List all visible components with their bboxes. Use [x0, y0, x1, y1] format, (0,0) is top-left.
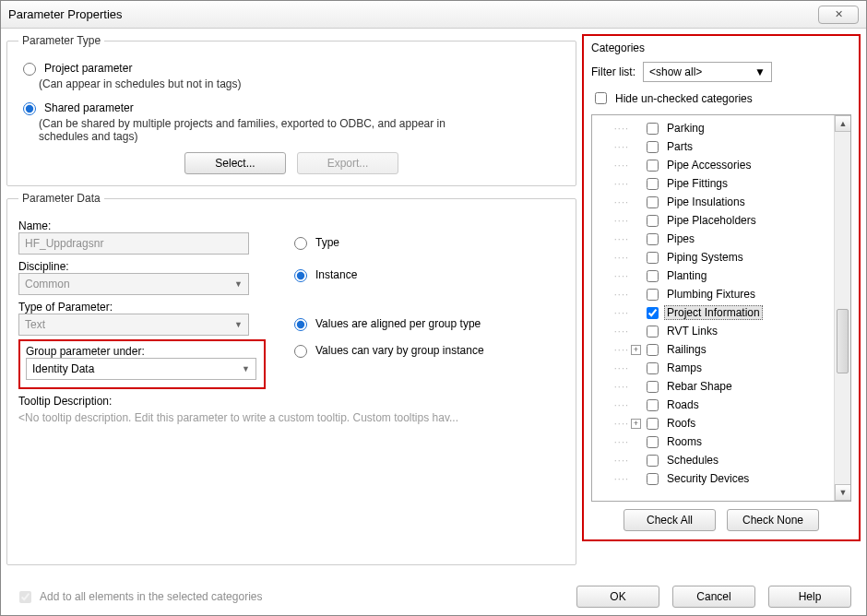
category-label[interactable]: Rooms [664, 435, 705, 448]
category-label[interactable]: Pipes [664, 232, 697, 245]
tree-row[interactable]: ····+Roofs [592, 414, 834, 432]
scroll-thumb[interactable] [837, 309, 849, 373]
project-parameter-subtext: (Can appear in schedules but not in tags… [39, 77, 564, 90]
tree-row[interactable]: ····+Ramps [592, 359, 834, 377]
category-label[interactable]: Pipe Fittings [664, 177, 730, 190]
category-checkbox[interactable] [647, 178, 659, 190]
category-checkbox[interactable] [647, 362, 659, 374]
category-label[interactable]: Rebar Shape [664, 380, 735, 393]
type-radio[interactable] [294, 237, 307, 250]
ok-button[interactable]: OK [576, 586, 659, 608]
shared-parameter-radio[interactable] [23, 102, 36, 115]
tree-row[interactable]: ····+Security Devices [592, 469, 834, 488]
category-label[interactable]: Project Information [664, 305, 763, 320]
category-label[interactable]: Pipe Placeholders [664, 214, 759, 227]
category-checkbox[interactable] [647, 307, 659, 319]
category-label[interactable]: Schedules [664, 454, 721, 467]
values-aligned-radio[interactable] [294, 318, 307, 331]
dialog-window: Parameter Properties ✕ Parameter Type Pr… [0, 0, 867, 616]
category-checkbox[interactable] [647, 455, 659, 467]
tree-dots: ···· [607, 362, 629, 373]
category-checkbox[interactable] [647, 233, 659, 245]
values-vary-radio-row[interactable]: Values can vary by group instance [290, 342, 564, 358]
scrollbar[interactable]: ▲ ▼ [834, 115, 850, 501]
check-all-button[interactable]: Check All [624, 509, 716, 531]
category-checkbox[interactable] [647, 123, 659, 135]
category-label[interactable]: Pipe Insulations [664, 195, 748, 208]
instance-radio[interactable] [294, 269, 307, 282]
category-label[interactable]: Roofs [664, 417, 698, 430]
tree-row[interactable]: ····+Pipe Placeholders [592, 211, 834, 230]
category-checkbox[interactable] [647, 270, 659, 282]
tree-row[interactable]: ····+Parking [592, 119, 834, 137]
tree-row[interactable]: ····+Project Information [592, 303, 834, 322]
group-under-select[interactable]: Identity Data ▼ [26, 358, 256, 380]
category-label[interactable]: Railings [664, 343, 709, 356]
category-checkbox[interactable] [647, 399, 659, 411]
type-radio-row[interactable]: Type [290, 234, 564, 250]
category-label[interactable]: Plumbing Fixtures [664, 288, 758, 301]
hide-unchecked-checkbox[interactable] [595, 92, 607, 104]
category-checkbox[interactable] [647, 215, 659, 227]
tree-row[interactable]: ····+Planting [592, 267, 834, 285]
category-label[interactable]: Parts [664, 140, 695, 153]
tree-row[interactable]: ····+Pipes [592, 230, 834, 248]
tree-row[interactable]: ····+Rebar Shape [592, 377, 834, 396]
category-label[interactable]: Parking [664, 122, 707, 135]
category-checkbox[interactable] [647, 418, 659, 430]
values-vary-label: Values can vary by group instance [315, 344, 484, 357]
category-checkbox[interactable] [647, 252, 659, 264]
close-button[interactable]: ✕ [818, 6, 859, 24]
project-parameter-radio-row[interactable]: Project parameter [18, 60, 564, 76]
select-button[interactable]: Select... [184, 152, 286, 174]
category-checkbox[interactable] [647, 141, 659, 153]
category-label[interactable]: Roads [664, 398, 702, 411]
type-of-parameter-label: Type of Parameter: [18, 301, 267, 314]
category-checkbox[interactable] [647, 473, 659, 485]
check-none-button[interactable]: Check None [727, 509, 819, 531]
category-label[interactable]: Security Devices [664, 472, 752, 485]
tree-row[interactable]: ····+Pipe Accessories [592, 156, 834, 174]
tree-row[interactable]: ····+Rooms [592, 432, 834, 451]
hide-unchecked-row[interactable]: Hide un-checked categories [591, 89, 851, 107]
category-label[interactable]: Piping Systems [664, 251, 746, 264]
category-label[interactable]: Ramps [664, 361, 705, 374]
tree-row[interactable]: ····+Schedules [592, 451, 834, 469]
category-checkbox[interactable] [647, 381, 659, 393]
tree-row[interactable]: ····+Roads [592, 396, 834, 414]
instance-radio-row[interactable]: Instance [290, 267, 564, 282]
values-aligned-radio-row[interactable]: Values are aligned per group type [290, 315, 564, 331]
category-label[interactable]: Pipe Accessories [664, 159, 754, 172]
project-parameter-radio[interactable] [23, 63, 36, 76]
cancel-button[interactable]: Cancel [672, 586, 755, 608]
tree-row[interactable]: ····+Pipe Insulations [592, 193, 834, 211]
name-label: Name: [18, 219, 267, 232]
tree-row[interactable]: ····+Plumbing Fixtures [592, 285, 834, 303]
help-button[interactable]: Help [768, 586, 851, 608]
category-checkbox[interactable] [647, 289, 659, 301]
tree-row[interactable]: ····+Railings [592, 340, 834, 359]
filter-list-select[interactable]: <show all> ▼ [643, 62, 772, 82]
tree-row[interactable]: ····+RVT Links [592, 322, 834, 340]
tree-row[interactable]: ····+Pipe Fittings [592, 174, 834, 193]
group-under-value: Identity Data [32, 362, 94, 375]
category-label[interactable]: Planting [664, 269, 709, 282]
category-checkbox[interactable] [647, 160, 659, 172]
type-radio-label: Type [315, 236, 339, 249]
category-checkbox[interactable] [647, 344, 659, 356]
tree-row[interactable]: ····+Parts [592, 137, 834, 156]
category-label[interactable]: RVT Links [664, 325, 720, 338]
categories-tree[interactable]: ····+Parking····+Parts····+Pipe Accessor… [591, 114, 851, 502]
tree-row[interactable]: ····+Piping Systems [592, 248, 834, 267]
scroll-down-icon[interactable]: ▼ [835, 484, 851, 501]
category-checkbox[interactable] [647, 326, 659, 338]
expand-icon[interactable]: + [631, 419, 641, 429]
expand-icon[interactable]: + [631, 345, 641, 355]
scroll-up-icon[interactable]: ▲ [835, 115, 851, 132]
categories-panel: Categories Filter list: <show all> ▼ Hid… [582, 34, 861, 541]
category-checkbox[interactable] [647, 196, 659, 208]
shared-parameter-radio-row[interactable]: Shared parameter [18, 100, 564, 115]
values-vary-radio[interactable] [294, 345, 307, 358]
category-checkbox[interactable] [647, 436, 659, 448]
project-parameter-label: Project parameter [44, 62, 132, 75]
